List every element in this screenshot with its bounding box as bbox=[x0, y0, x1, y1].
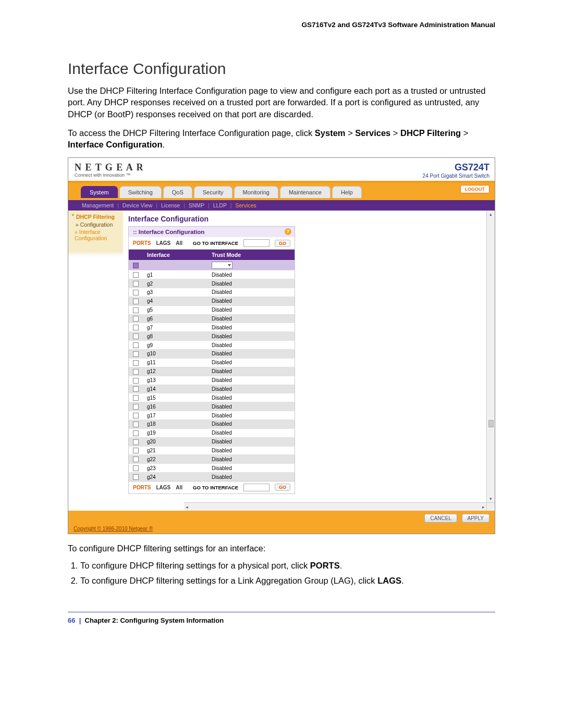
interface-cell: g19 bbox=[143, 428, 207, 437]
row-checkbox[interactable] bbox=[133, 299, 139, 304]
table-row: g20Disabled bbox=[129, 437, 295, 446]
row-checkbox[interactable] bbox=[133, 334, 139, 339]
row-checkbox[interactable] bbox=[133, 456, 139, 462]
filter-all[interactable]: All bbox=[176, 240, 182, 246]
path-interface-config: Interface Configuration bbox=[68, 140, 163, 149]
row-checkbox[interactable] bbox=[133, 465, 139, 471]
subnav-services[interactable]: Services bbox=[236, 202, 256, 208]
intro-paragraph: Use the DHCP Filtering Interface Configu… bbox=[68, 85, 495, 120]
row-checkbox[interactable] bbox=[133, 395, 139, 401]
product-model: GS724T bbox=[423, 162, 489, 173]
row-checkbox[interactable] bbox=[133, 325, 139, 330]
interface-cell: g13 bbox=[143, 376, 207, 385]
table-row: g21Disabled bbox=[129, 446, 295, 455]
table-row: g14Disabled bbox=[129, 385, 295, 393]
instruction-2-text: To configure DHCP filtering settings for… bbox=[80, 576, 377, 585]
table-row: g15Disabled bbox=[129, 393, 295, 402]
scrollbar-horizontal[interactable]: ◂ ▸ bbox=[184, 502, 486, 511]
app-screenshot: N E T G E A R Connect with Innovation ™ … bbox=[68, 157, 495, 534]
row-checkbox[interactable] bbox=[133, 413, 139, 418]
interface-table: Interface Trust Mode g1Disabledg2Disable… bbox=[128, 250, 295, 482]
tab-security[interactable]: Security bbox=[194, 186, 232, 198]
tab-switching[interactable]: Switching bbox=[119, 186, 162, 198]
table-row: g7Disabled bbox=[129, 323, 295, 332]
subnav-management[interactable]: Management bbox=[82, 202, 114, 208]
row-checkbox[interactable] bbox=[133, 281, 139, 287]
apply-button[interactable]: APPLY bbox=[462, 514, 490, 523]
interface-cell: g23 bbox=[143, 464, 207, 473]
row-checkbox[interactable] bbox=[133, 422, 139, 427]
copyright-footer: Copyright © 1996-2010 Netgear ® bbox=[68, 525, 495, 534]
tab-system[interactable]: System bbox=[81, 186, 118, 198]
filter-ports-bottom[interactable]: PORTS bbox=[133, 485, 151, 490]
table-row: g23Disabled bbox=[129, 464, 295, 473]
tab-qos[interactable]: QoS bbox=[163, 186, 192, 198]
row-checkbox[interactable] bbox=[133, 369, 139, 375]
row-checkbox[interactable] bbox=[133, 360, 139, 366]
table-row: g12Disabled bbox=[129, 367, 295, 376]
interface-cell: g7 bbox=[143, 323, 207, 332]
filter-lags-bottom[interactable]: LAGS bbox=[156, 485, 170, 490]
interface-cell: g10 bbox=[143, 350, 207, 359]
go-button-bottom[interactable]: GO bbox=[275, 484, 290, 491]
go-button[interactable]: GO bbox=[275, 240, 290, 247]
subnav-snmp[interactable]: SNMP bbox=[189, 202, 204, 208]
row-checkbox[interactable] bbox=[133, 378, 139, 384]
filter-lags[interactable]: LAGS bbox=[156, 240, 170, 246]
row-checkbox[interactable] bbox=[133, 430, 139, 436]
row-checkbox[interactable] bbox=[133, 316, 139, 322]
trust-mode-cell: Disabled bbox=[207, 270, 295, 279]
sidebar-item-interface-config[interactable]: » Interface Configuration bbox=[75, 229, 120, 241]
scrollbar-vertical[interactable]: ▴ ▾ bbox=[486, 211, 495, 502]
tab-maintenance[interactable]: Maintenance bbox=[280, 186, 331, 198]
path-system: System bbox=[315, 128, 346, 138]
logout-button[interactable]: LOGOUT bbox=[460, 185, 490, 193]
trust-mode-cell: Disabled bbox=[207, 332, 295, 341]
sidebar-item-configuration[interactable]: » Configuration bbox=[76, 221, 120, 228]
interface-cell: g24 bbox=[143, 473, 207, 482]
trust-mode-cell: Disabled bbox=[207, 323, 295, 332]
row-checkbox[interactable] bbox=[133, 448, 139, 453]
row-checkbox[interactable] bbox=[133, 474, 139, 480]
row-checkbox[interactable] bbox=[133, 307, 139, 313]
row-checkbox[interactable] bbox=[133, 404, 139, 410]
filter-row-bottom: PORTS LAGS All GO TO INTERFACE GO bbox=[128, 482, 295, 494]
help-icon[interactable]: ? bbox=[285, 228, 291, 235]
table-row: g10Disabled bbox=[129, 350, 295, 359]
trust-mode-cell: Disabled bbox=[207, 446, 295, 455]
trust-mode-cell: Disabled bbox=[207, 367, 295, 376]
row-checkbox[interactable] bbox=[133, 342, 139, 348]
subnav-device-view[interactable]: Device View bbox=[123, 202, 153, 208]
row-checkbox[interactable] bbox=[133, 290, 139, 295]
goto-label-bottom: GO TO INTERFACE bbox=[193, 485, 238, 490]
instructions-intro: To configure DHCP filtering settings for… bbox=[68, 544, 495, 553]
tab-help[interactable]: Help bbox=[332, 186, 362, 198]
goto-label: GO TO INTERFACE bbox=[193, 240, 238, 246]
table-row: g16Disabled bbox=[129, 402, 295, 411]
row-checkbox[interactable] bbox=[133, 386, 139, 392]
row-checkbox[interactable] bbox=[133, 439, 139, 445]
interface-cell: g9 bbox=[143, 341, 207, 350]
table-row: g18Disabled bbox=[129, 419, 295, 428]
main-tabs: SystemSwitchingQoSSecurityMonitoringMain… bbox=[81, 186, 491, 198]
tab-monitoring[interactable]: Monitoring bbox=[234, 186, 278, 198]
interface-cell: g8 bbox=[143, 332, 207, 341]
row-checkbox[interactable] bbox=[133, 272, 139, 278]
goto-input-bottom[interactable] bbox=[243, 484, 270, 491]
sidebar-top[interactable]: ˅ DHCP Filtering bbox=[71, 214, 120, 220]
interface-cell: g3 bbox=[143, 288, 207, 297]
table-row: g22Disabled bbox=[129, 455, 295, 464]
select-all-checkbox[interactable] bbox=[133, 263, 139, 268]
interface-cell: g5 bbox=[143, 305, 207, 314]
filter-all-bottom[interactable]: All bbox=[176, 485, 182, 490]
filter-ports[interactable]: PORTS bbox=[133, 240, 151, 246]
interface-cell: g21 bbox=[143, 446, 207, 455]
row-checkbox[interactable] bbox=[133, 351, 139, 357]
interface-cell: g4 bbox=[143, 297, 207, 305]
subnav-license[interactable]: License bbox=[161, 202, 180, 208]
path-dhcp-filtering: DHCP Filtering bbox=[400, 128, 461, 138]
subnav-lldp[interactable]: LLDP bbox=[213, 202, 227, 208]
trust-mode-select[interactable] bbox=[212, 262, 232, 269]
goto-input[interactable] bbox=[243, 239, 270, 247]
cancel-button[interactable]: CANCEL bbox=[424, 514, 457, 523]
